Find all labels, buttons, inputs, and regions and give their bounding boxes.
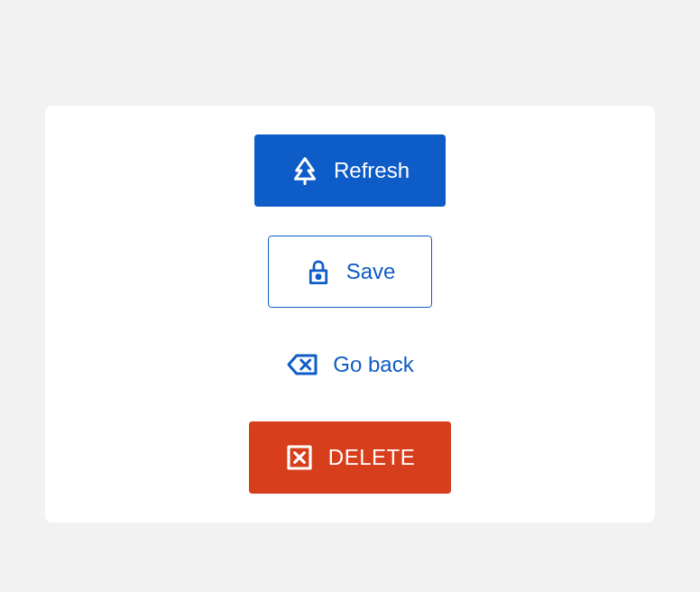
- delete-button[interactable]: DELETE: [249, 421, 451, 494]
- refresh-label: Refresh: [334, 160, 410, 181]
- save-button[interactable]: Save: [268, 236, 433, 308]
- refresh-button[interactable]: Refresh: [254, 134, 446, 207]
- backspace-x-icon: [286, 351, 318, 378]
- svg-point-2: [317, 275, 320, 279]
- tree-icon: [290, 156, 319, 185]
- save-label: Save: [346, 261, 396, 282]
- go-back-label: Go back: [333, 354, 413, 375]
- go-back-button[interactable]: Go back: [264, 337, 435, 393]
- lock-icon: [305, 258, 332, 285]
- button-card: Refresh Save Go back: [45, 106, 655, 523]
- square-x-icon: [285, 443, 314, 472]
- delete-label: DELETE: [328, 447, 415, 468]
